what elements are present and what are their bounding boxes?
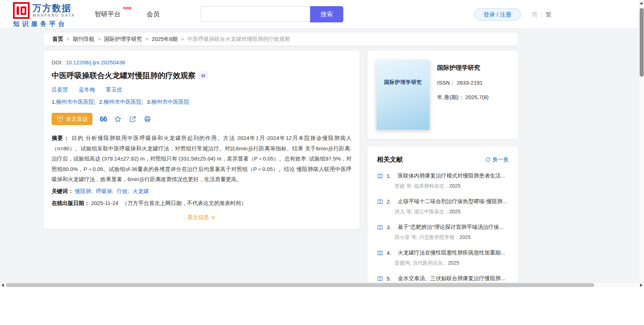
publish-date-note: （万方平台首次上网日期，不代表论文的发表时间） xyxy=(122,200,247,206)
nav-member[interactable]: 会员 xyxy=(147,10,160,18)
related-item: 3. 基于"态靶辨治"理论探讨宣肺平喘汤治疗痰... 田小亚 等; 川北医学院学… xyxy=(377,224,509,241)
breadcrumb-issue[interactable]: 2025年8期 xyxy=(152,36,187,43)
lang-traditional[interactable]: 繁 xyxy=(545,10,552,19)
author-link[interactable]: 吕姿慧 xyxy=(52,86,68,93)
related-article-meta: 田小亚 等; 川北医学院学报2025 xyxy=(395,234,509,241)
related-item: 2. 止咳平喘十二味合剂治疗痰热型哮喘-慢阻肺... 洪儿 等; 浙江中医杂志2… xyxy=(377,198,509,215)
keyword-link[interactable]: 火龙罐 xyxy=(132,188,149,194)
volume-label: 年,卷(期)： xyxy=(437,94,464,100)
logo-subtitle: 知识服务平台 xyxy=(13,20,93,28)
related-article-link[interactable]: 医联体内肺康复治疗模式对慢阻肺患者生活... xyxy=(398,172,505,179)
publish-date-label: 在线出版日期： xyxy=(52,200,90,206)
english-info-toggle[interactable]: 英文信息 xyxy=(187,214,216,221)
doi-row: DOI: 10.12208/j.ijnr.20250438 xyxy=(52,59,352,65)
affiliation-list: 1.柳州市中医医院 2.柳州市中医医院 3.柳州市中医医院 xyxy=(52,99,352,106)
related-title: 相关文献 xyxy=(377,155,403,164)
doi-label: DOI: xyxy=(52,59,63,65)
related-article-link[interactable]: 火龙罐疗法在慢性阻塞性肺疾病急性加重期... xyxy=(398,249,505,256)
wanfang-logo-icon xyxy=(13,2,30,19)
lang-divider xyxy=(541,12,542,18)
lang-simplified[interactable]: 简 xyxy=(532,10,538,19)
related-item: 1. 医联体内肺康复治疗模式对慢阻肺患者生活... 管超 等; 临床肺科杂志20… xyxy=(377,172,509,189)
journal-cover-title: 国际护理学研究 xyxy=(377,79,430,86)
nav-zhiyan-platform[interactable]: 智研平台 new xyxy=(95,10,121,18)
login-register-button[interactable]: 登录 / 注册 xyxy=(474,8,521,21)
free-download-icon: free xyxy=(56,115,64,123)
journal-issn-row: ISSN： 2633-2191 xyxy=(437,80,509,86)
favorite-star-icon[interactable] xyxy=(114,115,122,123)
journal-name: 国际护理学研究 xyxy=(437,64,509,72)
horizontal-scroll-thumb[interactable] xyxy=(6,283,594,287)
language-switch: 简 繁 xyxy=(532,10,552,19)
search-input[interactable] xyxy=(201,6,310,22)
book-icon xyxy=(377,173,383,179)
affiliation-link[interactable]: 柳州市中医医院 xyxy=(104,99,142,105)
print-icon[interactable] xyxy=(144,115,151,123)
related-article-meta: 管超 等; 临床肺科杂志2025 xyxy=(395,183,509,189)
cite-icon[interactable]: 66 xyxy=(100,115,107,123)
related-article-link[interactable]: 基于"态靶辨治"理论探讨宣肺平喘汤治疗痰... xyxy=(398,224,504,231)
keywords-label: 关键词： xyxy=(52,188,73,194)
refresh-icon xyxy=(485,157,491,162)
logo-en-text: WANFANG DATA xyxy=(32,13,75,18)
related-article-meta: 洪儿 等; 浙江中医杂志2025 xyxy=(395,209,509,215)
volume-value: 2025,7(8) xyxy=(465,94,488,100)
related-item: 5. 金水交泰汤、三伏贴联合肺康复治疗慢阻肺... xyxy=(377,275,509,282)
journal-cover[interactable]: 国际护理学研究 xyxy=(376,60,430,130)
logo-cn-text: 万方数据 xyxy=(32,3,75,13)
journal-card: 国际护理学研究 国际护理学研究 ISSN： 2633-2191 年,卷(期)： … xyxy=(367,51,518,139)
page-body: 首页 期刊导航 国际护理学研究 2025年8期 中医呼吸操联合火龙罐对慢阻肺的疗… xyxy=(0,28,644,282)
affiliation-link[interactable]: 柳州市中医医院 xyxy=(56,99,94,105)
search-button[interactable]: 搜索 xyxy=(310,6,343,22)
horizontal-scrollbar[interactable] xyxy=(0,282,644,287)
related-article-link[interactable]: 止咳平喘十二味合剂治疗痰热型哮喘-慢阻肺... xyxy=(398,198,507,205)
book-icon xyxy=(377,275,383,282)
svg-text:free: free xyxy=(58,120,62,122)
related-item: 4. 火龙罐疗法在慢性阻塞性肺疾病急性加重期... 雷德鸿; 当代医药论丛202… xyxy=(377,249,509,266)
search-bar: 搜索 xyxy=(201,6,343,22)
refresh-related-button[interactable]: 换一换 xyxy=(485,156,509,163)
author-link[interactable]: 覃玉优 xyxy=(106,86,122,93)
book-icon xyxy=(377,198,383,205)
scroll-right-arrow[interactable] xyxy=(640,283,643,287)
doi-link[interactable]: 10.12208/j.ijnr.20250438 xyxy=(66,59,125,65)
keyword-link[interactable]: 呼吸操 xyxy=(96,188,114,194)
journal-volume-row: 年,卷(期)： 2025,7(8) xyxy=(437,94,509,101)
scroll-up-arrow[interactable] xyxy=(640,2,643,4)
abstract-text: 目的 分析慢阻肺联用中医呼吸操和火龙罐所起到的作用。方法 2024年1月-202… xyxy=(52,135,352,182)
article-title: 中医呼吸操联合火龙罐对慢阻肺的疗效观察 xyxy=(52,70,196,81)
breadcrumb: 首页 期刊导航 国际护理学研究 2025年8期 中医呼吸操联合火龙罐对慢阻肺的疗… xyxy=(44,33,518,46)
vertical-scrollbar[interactable] xyxy=(639,0,644,282)
new-badge: new xyxy=(123,5,131,10)
related-article-link[interactable]: 金水交泰汤、三伏贴联合肺康复治疗慢阻肺... xyxy=(398,275,505,282)
medline-badge: M xyxy=(199,72,207,80)
wanfang-article-page: 万方数据 WANFANG DATA 知识服务平台 智研平台 new 会员 搜索 … xyxy=(0,0,644,325)
issn-label: ISSN： xyxy=(437,80,455,86)
breadcrumb-current-article: 中医呼吸操联合火龙罐对慢阻肺的疗效观察 xyxy=(187,36,290,43)
author-list: 吕姿慧 蓝冬梅 覃玉优 xyxy=(52,86,352,93)
article-card: DOI: 10.12208/j.ijnr.20250438 中医呼吸操联合火龙罐… xyxy=(44,51,360,229)
vertical-scroll-thumb[interactable] xyxy=(640,8,644,77)
breadcrumb-journal-nav[interactable]: 期刊导航 xyxy=(73,36,104,43)
issn-value: 2633-2191 xyxy=(457,80,483,86)
affiliation-link[interactable]: 柳州市中医医院 xyxy=(151,99,189,105)
breadcrumb-journal[interactable]: 国际护理学研究 xyxy=(104,36,152,43)
author-link[interactable]: 蓝冬梅 xyxy=(79,86,95,93)
related-literature-card: 相关文献 换一换 1. 医联体内肺康复治疗模式对慢阻肺患者生活... xyxy=(367,146,518,282)
book-icon xyxy=(377,250,383,256)
publish-date-row: 在线出版日期： 2025-11-24 （万方平台首次上网日期，不代表论文的发表时… xyxy=(52,200,352,207)
publish-date-value: 2025-11-24 xyxy=(91,200,118,206)
wanfang-logo[interactable]: 万方数据 WANFANG DATA 知识服务平台 xyxy=(13,2,93,28)
keyword-link[interactable]: 慢阻肺 xyxy=(75,188,92,194)
keyword-row: 关键词： 慢阻肺 呼吸操 疗效 火龙罐 xyxy=(52,188,352,195)
book-icon xyxy=(377,224,383,231)
double-chevron-down-icon xyxy=(211,215,216,220)
abstract: 摘要： 目的 分析慢阻肺联用中医呼吸操和火龙罐所起到的作用。方法 2024年1月… xyxy=(52,133,352,185)
breadcrumb-home[interactable]: 首页 xyxy=(52,36,73,43)
abstract-label: 摘要： xyxy=(52,135,70,141)
scroll-left-arrow[interactable] xyxy=(1,283,4,287)
keyword-link[interactable]: 疗效 xyxy=(117,188,129,194)
fulltext-button[interactable]: free 全文直达 xyxy=(52,113,92,125)
action-toolbar: free 全文直达 66 xyxy=(52,113,352,125)
share-export-icon[interactable] xyxy=(129,115,136,123)
